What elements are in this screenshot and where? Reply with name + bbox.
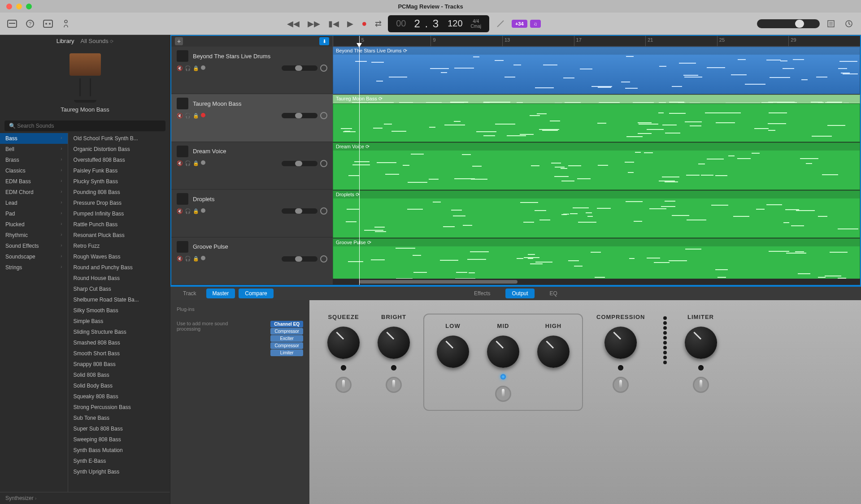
all-sounds-tab[interactable]: All Sounds ⟳ [80, 38, 113, 44]
download-button[interactable]: ⬇ [319, 37, 329, 45]
pan-knob[interactable] [320, 160, 327, 167]
record-enable-dot[interactable] [201, 160, 205, 165]
mute-button[interactable]: 🔇 [177, 65, 183, 71]
tab-track[interactable]: Track [177, 289, 203, 298]
volume-slider[interactable] [282, 208, 317, 214]
plugin-chip[interactable]: Compressor [270, 328, 303, 335]
playhead[interactable] [359, 36, 360, 285]
sound-item[interactable]: Super Sub 808 Bass [68, 423, 170, 434]
tab-master[interactable]: Master [206, 289, 235, 298]
forward-button[interactable]: ▶▶ [308, 19, 320, 29]
quick-help-button[interactable]: ? [25, 19, 35, 29]
category-item[interactable]: Bass› [0, 133, 68, 144]
badge-count[interactable]: +34 [512, 20, 527, 28]
region[interactable]: Groove Pulse ⟳ [333, 238, 860, 285]
record-button[interactable]: ● [361, 18, 367, 29]
volume-slider[interactable] [282, 65, 317, 71]
region[interactable]: Taureg Moon Bass ⟳ [333, 95, 860, 103]
category-item[interactable]: Strings› [0, 262, 68, 273]
sound-item[interactable]: Silky Smooth Bass [68, 305, 170, 316]
editors-button[interactable] [61, 19, 71, 29]
volume-slider[interactable] [282, 256, 317, 262]
sound-item[interactable]: Rattle Punch Bass [68, 219, 170, 230]
tab-compare[interactable]: Compare [239, 289, 273, 298]
track-header[interactable]: Droplets🔇🎧🔒 [171, 190, 333, 237]
sound-item[interactable]: Overstuffed 808 Bass [68, 155, 170, 165]
record-enable-dot[interactable] [201, 208, 205, 213]
sound-item[interactable]: Paisley Funk Bass [68, 165, 170, 176]
play-button[interactable]: ▶ [347, 19, 353, 29]
region[interactable]: Dream Voice ⟳ [333, 142, 860, 190]
solo-headphones-button[interactable]: 🎧 [185, 113, 191, 119]
eq-toggle[interactable] [495, 386, 511, 402]
high-knob[interactable] [537, 336, 570, 368]
category-list[interactable]: Bass›Bell›Brass›Classics›EDM Bass›EDM Ch… [0, 133, 68, 492]
region-row[interactable]: Groove Pulse ⟳ [333, 238, 860, 285]
sound-item[interactable]: Shelburne Road State Ba... [68, 294, 170, 305]
sound-item[interactable]: Sharp Cut Bass [68, 284, 170, 294]
pan-knob[interactable] [320, 112, 327, 119]
loop-browser-button[interactable] [844, 19, 854, 29]
track-header[interactable]: Groove Pulse🔇🎧🔒 [171, 237, 333, 285]
pan-knob[interactable] [320, 207, 327, 215]
category-item[interactable]: Pad› [0, 208, 68, 219]
pan-knob[interactable] [320, 65, 327, 72]
close-window-button[interactable] [6, 4, 12, 9]
bright-toggle[interactable] [386, 377, 402, 393]
volume-slider[interactable] [282, 161, 317, 166]
compression-knob[interactable] [604, 327, 637, 359]
track-header[interactable]: Taureg Moon Bass🔇🎧🔒 [171, 94, 333, 142]
mute-button[interactable]: 🔇 [177, 113, 183, 119]
sound-item[interactable]: Simple Bass [68, 316, 170, 327]
sound-item[interactable]: Smashed 808 Bass [68, 337, 170, 348]
sound-item[interactable]: Retro Fuzz [68, 241, 170, 251]
sound-item[interactable]: Smooth Short Bass [68, 348, 170, 359]
sound-item[interactable]: Round and Punchy Bass [68, 262, 170, 273]
sound-item[interactable]: Snappy 808 Bass [68, 359, 170, 370]
add-track-button[interactable]: + [175, 37, 183, 45]
notepad-button[interactable] [826, 19, 836, 29]
minimize-window-button[interactable] [16, 4, 22, 9]
smart-controls-button[interactable] [43, 19, 53, 29]
library-tab[interactable]: Library [57, 38, 74, 44]
horizontal-scrollbar[interactable] [333, 279, 860, 285]
plugin-chip[interactable]: Exciter [270, 335, 303, 342]
sound-item[interactable]: Synth Upright Bass [68, 466, 170, 477]
zoom-window-button[interactable] [26, 4, 32, 9]
sound-item[interactable]: Sweeping 808 Bass [68, 434, 170, 445]
sound-item[interactable]: Rough Waves Bass [68, 251, 170, 262]
region-row[interactable]: Dream Voice ⟳ [333, 142, 860, 190]
solo-headphones-button[interactable]: 🎧 [185, 160, 191, 166]
tuner-button[interactable] [496, 19, 505, 29]
sound-item[interactable]: Pounding 808 Bass [68, 187, 170, 198]
volume-slider[interactable] [282, 113, 317, 118]
region-row[interactable]: Taureg Moon Bass ⟳ [333, 95, 860, 142]
subtab-eq[interactable]: EQ [544, 289, 564, 298]
mute-button[interactable]: 🔇 [177, 256, 183, 262]
category-item[interactable]: Soundscape› [0, 251, 68, 262]
category-item[interactable]: Plucked› [0, 219, 68, 230]
lock-button[interactable]: 🔒 [193, 65, 199, 71]
record-enable-dot[interactable] [201, 113, 205, 117]
lcd-display[interactable]: 00 2 . 3 120 4/4Cmaj [388, 15, 489, 32]
rewind-button[interactable]: ◀◀ [287, 19, 300, 29]
sound-item[interactable]: Pressure Drop Bass [68, 198, 170, 208]
arrange-area[interactable]: 591317212529 Beyond The Stars Live Drums… [333, 36, 860, 285]
sound-item[interactable]: Strong Percussion Bass [68, 402, 170, 413]
track-header[interactable]: Beyond The Stars Live Drums🔇🎧🔒 [171, 47, 333, 94]
track-header[interactable]: Dream Voice🔇🎧🔒 [171, 142, 333, 190]
record-enable-dot[interactable] [201, 65, 205, 70]
sound-item[interactable]: Sliding Structure Bass [68, 327, 170, 337]
stop-button[interactable]: ▮◀ [328, 19, 339, 29]
region-row[interactable]: Droplets ⟳ [333, 190, 860, 238]
sound-item[interactable]: Pumped Infinity Bass [68, 208, 170, 219]
lock-button[interactable]: 🔒 [193, 113, 199, 119]
subtab-effects[interactable]: Effects [468, 289, 496, 298]
sound-item[interactable]: Synth E-Bass [68, 456, 170, 466]
master-volume-slider[interactable] [757, 19, 820, 28]
sound-item[interactable]: Old School Funk Synth B... [68, 133, 170, 144]
cycle-button[interactable]: ⇄ [375, 19, 382, 29]
lock-button[interactable]: 🔒 [193, 160, 199, 166]
sound-item[interactable]: Resonant Pluck Bass [68, 230, 170, 241]
search-input[interactable]: 🔍 Search Sounds [4, 121, 165, 131]
